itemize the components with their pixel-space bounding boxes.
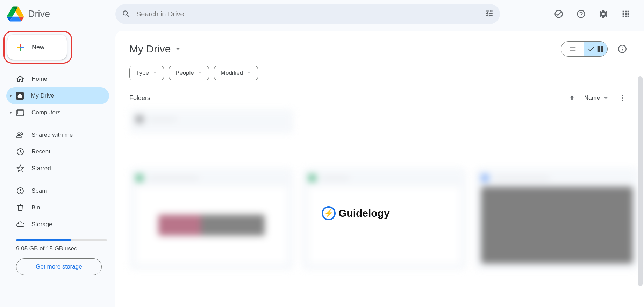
chevron-down-icon — [246, 71, 251, 76]
offline-ready-button[interactable] — [550, 6, 567, 22]
gear-icon — [599, 9, 608, 19]
filter-label: Type — [136, 70, 149, 77]
cloud-icon — [16, 220, 24, 229]
more-options-button[interactable] — [618, 94, 627, 102]
header: Drive — [0, 0, 644, 28]
filter-type[interactable]: Type — [129, 66, 164, 80]
chevron-down-icon — [602, 94, 610, 102]
new-button[interactable]: New — [7, 35, 67, 60]
storage-bar — [16, 239, 107, 241]
sidebar-item-home[interactable]: Home — [6, 71, 109, 87]
search-options-button[interactable] — [485, 9, 494, 19]
info-button[interactable] — [615, 41, 630, 57]
grid-icon — [596, 45, 604, 53]
home-icon — [16, 75, 24, 83]
content-grid: ————— ————————— ————— —————————— — [129, 109, 644, 270]
storage-text: 9.05 GB of 15 GB used — [16, 245, 109, 252]
chevron-right-icon — [8, 93, 13, 98]
sidebar-item-my-drive[interactable]: My Drive — [6, 87, 109, 104]
header-icons — [550, 6, 637, 22]
filter-label: Modified — [221, 70, 243, 77]
file-card[interactable]: ————————— — [129, 168, 294, 270]
sidebar-item-bin[interactable]: Bin — [6, 199, 109, 216]
tune-icon — [485, 9, 494, 18]
svg-point-5 — [622, 100, 623, 101]
filter-label: People — [176, 70, 194, 77]
breadcrumb[interactable]: My Drive — [129, 43, 182, 55]
sidebar-item-recent[interactable]: Recent — [6, 143, 109, 160]
new-button-highlight: New — [3, 31, 72, 64]
filter-modified[interactable]: Modified — [214, 66, 258, 80]
sidebar-item-computers[interactable]: Computers — [6, 104, 109, 121]
breadcrumb-label: My Drive — [129, 43, 171, 55]
main-panel: My Drive Type People Modified — [115, 31, 644, 307]
arrow-up-icon — [568, 94, 576, 102]
sidebar-item-label: Spam — [31, 187, 47, 194]
folder-card[interactable]: ————— — [129, 109, 294, 134]
search-bar[interactable] — [115, 4, 500, 24]
view-toggle — [561, 41, 608, 57]
sidebar: New Home My Drive Computers Shared with … — [0, 31, 115, 275]
trash-icon — [16, 204, 24, 212]
drive-logo-icon — [7, 6, 24, 22]
chevron-down-icon — [198, 71, 202, 76]
app-title: Drive — [28, 9, 50, 20]
main-header: My Drive — [129, 41, 644, 57]
sort-label: Name — [584, 94, 600, 101]
star-icon — [16, 164, 24, 173]
sidebar-item-label: My Drive — [31, 92, 54, 99]
chevron-down-icon — [174, 45, 182, 53]
section-row: Folders Name — [129, 94, 644, 102]
sidebar-item-label: Shared with me — [31, 131, 73, 138]
plus-icon — [15, 42, 26, 52]
clock-icon — [16, 148, 24, 156]
info-icon — [618, 44, 627, 53]
sort-controls: Name — [568, 94, 627, 102]
svg-point-4 — [622, 97, 623, 99]
sidebar-item-label: Computers — [31, 109, 60, 116]
file-card[interactable]: —————————— — [475, 168, 639, 270]
new-button-label: New — [32, 44, 44, 51]
sidebar-item-spam[interactable]: Spam — [6, 183, 109, 199]
laptop-icon — [16, 108, 24, 117]
logo-block[interactable]: Drive — [7, 6, 115, 22]
chevron-right-icon — [8, 110, 13, 115]
grid-view-button[interactable] — [584, 42, 607, 56]
filter-row: Type People Modified — [129, 66, 644, 80]
drive-icon — [16, 92, 24, 100]
sidebar-item-label: Bin — [31, 204, 40, 211]
more-vert-icon — [618, 94, 627, 102]
sidebar-item-storage[interactable]: Storage — [6, 216, 109, 233]
list-view-button[interactable] — [561, 42, 584, 56]
apps-button[interactable] — [617, 6, 634, 22]
sidebar-item-label: Starred — [31, 165, 51, 172]
apps-icon — [621, 9, 631, 19]
watermark: ⚡ Guidelogy — [322, 206, 390, 220]
sidebar-item-label: Recent — [31, 148, 50, 155]
watermark-icon: ⚡ — [322, 206, 336, 220]
sort-direction-button[interactable] — [568, 94, 576, 102]
section-title: Folders — [129, 94, 150, 102]
sidebar-item-label: Storage — [31, 221, 52, 228]
spam-icon — [16, 187, 24, 195]
people-icon — [16, 131, 24, 139]
search-input[interactable] — [131, 10, 485, 18]
help-button[interactable] — [573, 6, 589, 22]
filter-people[interactable]: People — [169, 66, 209, 80]
sidebar-item-shared[interactable]: Shared with me — [6, 127, 109, 143]
storage-fill — [16, 239, 71, 241]
list-icon — [569, 45, 577, 53]
help-icon — [576, 9, 586, 19]
scrollbar[interactable] — [638, 76, 643, 286]
check-icon — [587, 45, 595, 53]
watermark-text: Guidelogy — [338, 207, 390, 219]
settings-button[interactable] — [595, 6, 612, 22]
sidebar-item-starred[interactable]: Starred — [6, 160, 109, 177]
sort-field-button[interactable]: Name — [584, 94, 610, 102]
storage-block: 9.05 GB of 15 GB used Get more storage — [6, 239, 109, 275]
chevron-down-icon — [152, 71, 157, 76]
nav-list: Home My Drive Computers Shared with me R… — [6, 71, 109, 233]
check-circle-icon — [554, 9, 564, 19]
svg-point-3 — [622, 95, 623, 96]
get-more-storage-button[interactable]: Get more storage — [16, 258, 102, 275]
